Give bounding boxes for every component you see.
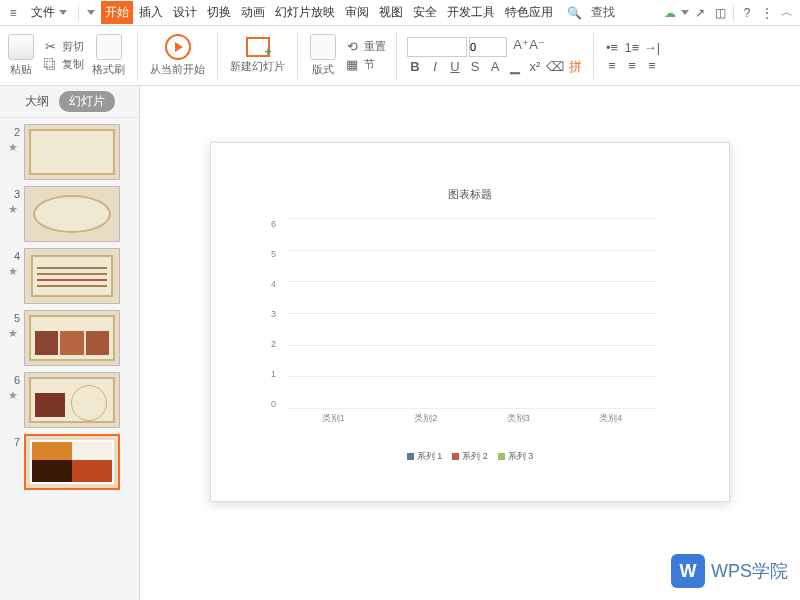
slide-number: 6 xyxy=(6,372,20,386)
scissors-icon: ✂ xyxy=(42,39,58,55)
slide-thumbnail[interactable] xyxy=(24,248,120,304)
outline-tab[interactable]: 大纲 xyxy=(25,93,49,110)
font-grow-icon[interactable]: A⁺ xyxy=(513,37,529,53)
wps-brand-label: WPS学院 xyxy=(711,559,788,583)
format-painter-button[interactable]: 格式刷 xyxy=(90,34,127,77)
reset-button[interactable]: ⟲重置 xyxy=(344,39,386,55)
section-button[interactable]: ▦节 xyxy=(344,57,386,73)
tab-review[interactable]: 审阅 xyxy=(341,1,373,24)
align-center-icon[interactable]: ≡ xyxy=(624,58,640,74)
indent-icon[interactable]: →| xyxy=(644,40,660,56)
font-color-icon[interactable]: A xyxy=(487,59,503,75)
font-shrink-icon[interactable]: A⁻ xyxy=(529,37,545,53)
tab-featured[interactable]: 特色应用 xyxy=(501,1,557,24)
new-slide-button[interactable]: 新建幻灯片 xyxy=(228,37,287,74)
strike-icon[interactable]: S xyxy=(467,59,483,75)
collapse-ribbon-icon[interactable]: ︿ xyxy=(778,4,796,22)
y-axis: 0123456 xyxy=(271,219,276,409)
wps-logo-icon: W xyxy=(671,554,705,588)
superscript-icon[interactable]: x² xyxy=(527,59,543,75)
cut-button[interactable]: ✂剪切 xyxy=(42,39,84,55)
brush-icon xyxy=(96,34,122,60)
chevron-down-icon[interactable] xyxy=(681,10,689,15)
layout-button[interactable]: 版式 xyxy=(308,34,338,77)
pinyin-icon[interactable]: 拼 xyxy=(567,59,583,75)
tab-animation[interactable]: 动画 xyxy=(237,1,269,24)
share-icon[interactable]: ↗ xyxy=(691,4,709,22)
cloud-icon[interactable]: ☁ xyxy=(661,4,679,22)
search-label[interactable]: 查找 xyxy=(591,4,615,21)
help-icon[interactable]: ? xyxy=(738,4,756,22)
more-icon[interactable]: ⋮ xyxy=(758,4,776,22)
chart-bars: 类别1类别2类别3类别4 xyxy=(287,219,657,409)
legend-label: 系列 3 xyxy=(508,450,534,463)
paragraph-group: •≡ 1≡ →| ≡ ≡ ≡ xyxy=(604,38,660,74)
tab-insert[interactable]: 插入 xyxy=(135,1,167,24)
chart-title: 图表标题 xyxy=(211,187,729,202)
section-icon: ▦ xyxy=(344,57,360,73)
file-menu[interactable]: 文件 xyxy=(24,1,74,24)
star-icon: ★ xyxy=(8,142,18,152)
tab-slideshow[interactable]: 幻灯片放映 xyxy=(271,1,339,24)
legend-label: 系列 1 xyxy=(417,450,443,463)
layout-icon xyxy=(310,34,336,60)
font-group: A⁺ A⁻ B I U S A ▁ x² ⌫ 拼 xyxy=(407,37,583,75)
align-right-icon[interactable]: ≡ xyxy=(644,58,660,74)
font-size-select[interactable] xyxy=(469,37,507,57)
underline-icon[interactable]: U xyxy=(447,59,463,75)
x-label: 类别4 xyxy=(565,412,658,425)
x-label: 类别1 xyxy=(287,412,380,425)
tab-devtools[interactable]: 开发工具 xyxy=(443,1,499,24)
copy-button[interactable]: ⿻复制 xyxy=(42,57,84,73)
play-icon xyxy=(165,34,191,60)
bold-icon[interactable]: B xyxy=(407,59,423,75)
app-menu-icon[interactable]: ≡ xyxy=(4,4,22,22)
highlight-icon[interactable]: ▁ xyxy=(507,59,523,75)
tab-view[interactable]: 视图 xyxy=(375,1,407,24)
canvas: 图表标题 0123456 类别1类别2类别3类别4 系列 1系列 2系列 3 xyxy=(140,86,800,600)
chevron-down-icon xyxy=(59,10,67,15)
separator xyxy=(733,5,734,21)
ribbon: 粘贴 ✂剪切 ⿻复制 格式刷 从当前开始 新建幻灯片 版式 ⟲重置 ▦节 A⁺ … xyxy=(0,26,800,86)
star-icon: ★ xyxy=(8,204,18,214)
star-icon: ★ xyxy=(8,328,18,338)
numbering-icon[interactable]: 1≡ xyxy=(624,40,640,56)
slide-number: 2 xyxy=(6,124,20,138)
slides-tab[interactable]: 幻灯片 xyxy=(59,91,115,112)
reset-icon: ⟲ xyxy=(344,39,360,55)
qat-dropdown-icon[interactable] xyxy=(87,10,95,15)
paste-group[interactable]: 粘贴 xyxy=(6,34,36,77)
legend-swatch xyxy=(498,453,505,460)
slide-thumbnail[interactable] xyxy=(24,124,120,180)
legend-swatch xyxy=(407,453,414,460)
star-icon: ★ xyxy=(8,390,18,400)
thumbnail-list: 2★3★4★5★6★7 xyxy=(0,118,139,600)
slide-number: 4 xyxy=(6,248,20,262)
main-area: 大纲 幻灯片 2★3★4★5★6★7 ≪ 图表标题 0123456 类别1类别2… xyxy=(0,86,800,600)
tab-transition[interactable]: 切换 xyxy=(203,1,235,24)
start-slideshow-button[interactable]: 从当前开始 xyxy=(148,34,207,77)
italic-icon[interactable]: I xyxy=(427,59,443,75)
new-slide-icon xyxy=(246,37,270,57)
window-icon[interactable]: ◫ xyxy=(711,4,729,22)
search-icon[interactable]: 🔍 xyxy=(565,4,583,22)
tab-design[interactable]: 设计 xyxy=(169,1,201,24)
tab-home[interactable]: 开始 xyxy=(101,1,133,24)
slide-thumbnail[interactable] xyxy=(24,186,120,242)
slide-number: 5 xyxy=(6,310,20,324)
paste-icon xyxy=(8,34,34,60)
font-family-select[interactable] xyxy=(407,37,467,57)
slide[interactable]: 图表标题 0123456 类别1类别2类别3类别4 系列 1系列 2系列 3 xyxy=(210,142,730,502)
chart: 0123456 类别1类别2类别3类别4 xyxy=(287,219,657,409)
tab-security[interactable]: 安全 xyxy=(409,1,441,24)
clear-format-icon[interactable]: ⌫ xyxy=(547,59,563,75)
slide-thumbnail[interactable] xyxy=(24,310,120,366)
x-label: 类别2 xyxy=(380,412,473,425)
slide-number: 7 xyxy=(6,434,20,448)
align-left-icon[interactable]: ≡ xyxy=(604,58,620,74)
bullets-icon[interactable]: •≡ xyxy=(604,40,620,56)
slide-thumbnail[interactable] xyxy=(24,372,120,428)
slide-thumbnail[interactable] xyxy=(24,434,120,490)
menubar: ≡ 文件 开始 插入 设计 切换 动画 幻灯片放映 审阅 视图 安全 开发工具 … xyxy=(0,0,800,26)
separator xyxy=(78,5,79,21)
